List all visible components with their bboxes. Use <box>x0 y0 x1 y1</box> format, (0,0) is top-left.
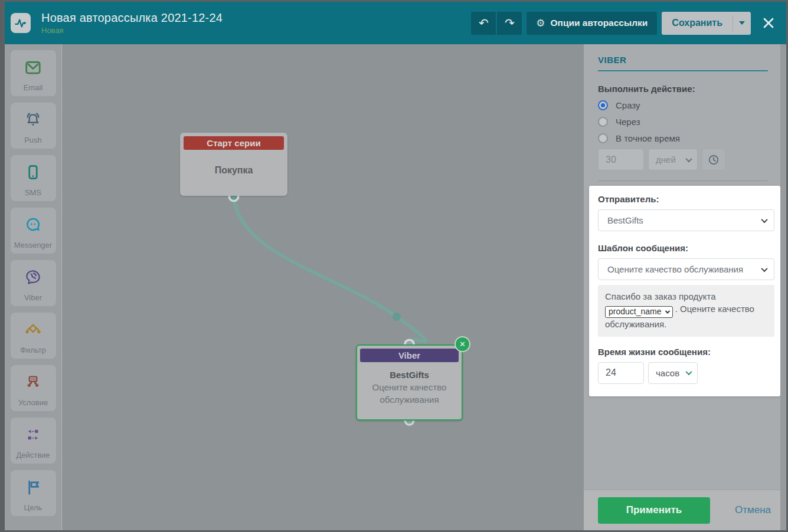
save-dropdown-button[interactable] <box>733 12 751 35</box>
undo-icon: ↶ <box>479 16 489 30</box>
start-node[interactable]: Старт серии Покупка <box>180 133 287 196</box>
delete-node-button[interactable]: ✕ <box>455 336 470 352</box>
radio-option-1[interactable]: Через <box>598 117 768 127</box>
header-actions: ↶ ↷ ⚙ Опции авторассылки Сохранить <box>471 12 778 35</box>
sidebar-item-sms[interactable]: SMS <box>11 155 56 201</box>
sender-select-value: BestGifts <box>607 215 643 225</box>
pulse-icon <box>14 17 27 29</box>
viber-icon <box>24 260 42 294</box>
redo-button[interactable]: ↷ <box>497 12 522 35</box>
gear-icon: ⚙ <box>536 18 545 28</box>
variable-select[interactable]: product_name <box>605 306 673 318</box>
save-button-group: Сохранить <box>662 12 751 35</box>
sidebar-item-label: Фильтр <box>20 346 46 354</box>
close-icon <box>761 16 776 30</box>
radio-option-label: Через <box>616 117 640 127</box>
connection-wire <box>62 44 584 530</box>
page-title: Новая авторассылка 2021-12-24 <box>41 12 223 24</box>
schedule-time-button[interactable] <box>702 149 725 170</box>
delay-unit-value: дней <box>656 155 676 165</box>
sidebar-item-label: Push <box>24 136 42 144</box>
viber-node-header: Viber <box>360 349 459 362</box>
sidebar-item-label: Цель <box>24 504 42 511</box>
sidebar-item-viber[interactable]: Viber <box>11 260 56 306</box>
close-icon: ✕ <box>459 340 466 348</box>
settings-panel-body: VIBER Выполнить действие: СразуЧерезВ то… <box>584 44 780 490</box>
save-button[interactable]: Сохранить <box>662 12 733 35</box>
radio-unselected-icon[interactable] <box>598 117 608 127</box>
sidebar-item-filter[interactable]: Фильтр <box>11 313 56 359</box>
sidebar-item-label: Условие <box>18 399 48 406</box>
sender-label: Отправитель: <box>598 194 774 204</box>
execute-action-label: Выполнить действие: <box>598 84 768 94</box>
viber-node[interactable]: Viber BestGifts Оцените качество обслужи… <box>356 344 463 421</box>
sidebar-item-label: Viber <box>24 294 42 301</box>
delay-value-input[interactable] <box>598 149 644 170</box>
body-row: EmailPushSMSMessengerViberФильтрУсловиеД… <box>5 44 786 530</box>
messenger-icon <box>24 208 42 241</box>
panel-heading: VIBER <box>598 55 768 71</box>
sidebar-item-action[interactable]: Действие <box>11 418 56 464</box>
chevron-down-icon <box>685 155 692 162</box>
wire-midpoint-handle[interactable] <box>393 313 401 321</box>
ttl-label: Время жизни сообщения: <box>598 347 774 357</box>
radio-unselected-icon[interactable] <box>598 133 608 143</box>
template-select-value: Оцените качество обслуживания <box>607 264 743 274</box>
autoflow-options-button[interactable]: ⚙ Опции авторассылки <box>527 12 657 35</box>
sms-phone-icon <box>24 155 42 189</box>
variable-select-value: product_name <box>609 306 662 318</box>
scrollbar[interactable] <box>780 44 786 530</box>
chevron-down-icon <box>665 308 669 313</box>
ttl-value-input[interactable] <box>598 362 644 384</box>
template-select[interactable]: Оцените качество обслуживания <box>598 258 774 280</box>
execute-action-radio-group: СразуЧерезВ точное время <box>598 100 768 143</box>
chevron-down-icon <box>761 216 767 222</box>
sidebar-item-push[interactable]: Push <box>11 103 56 149</box>
ttl-unit-value: часов <box>656 368 679 378</box>
preview-text-before: Спасибо за заказ продукта <box>605 291 716 301</box>
ttl-unit-select[interactable]: часов <box>648 362 698 384</box>
header-titles: Новая авторассылка 2021-12-24 Новая <box>41 12 223 34</box>
sidebar-item-messenger[interactable]: Messenger <box>11 208 56 254</box>
chevron-down-icon <box>685 369 692 375</box>
ttl-row: часов <box>598 362 774 384</box>
sidebar-item-goal[interactable]: Цель <box>11 470 56 516</box>
goal-flag-icon <box>24 470 42 504</box>
start-node-header: Старт серии <box>184 136 284 150</box>
radio-option-2[interactable]: В точное время <box>598 133 768 143</box>
start-node-trigger: Покупка <box>180 165 287 176</box>
chevron-down-icon <box>739 21 745 25</box>
panel-footer: Применить Отмена <box>584 490 780 530</box>
highlighted-settings-section: Отправитель: BestGifts Шаблон сообщения:… <box>589 186 780 396</box>
sidebar-item-condition[interactable]: Условие <box>11 365 56 411</box>
undo-button[interactable]: ↶ <box>471 12 496 35</box>
redo-icon: ↷ <box>505 16 515 30</box>
push-bell-icon <box>24 103 42 136</box>
settings-panel: VIBER Выполнить действие: СразуЧерезВ то… <box>584 44 780 530</box>
message-preview: Спасибо за заказ продукта product_name .… <box>598 285 774 337</box>
close-button[interactable] <box>761 16 776 30</box>
sidebar-item-label: Email <box>24 84 43 91</box>
email-icon <box>24 50 42 84</box>
action-icon <box>24 418 42 451</box>
delay-unit-select[interactable]: дней <box>648 149 698 170</box>
apply-button[interactable]: Применить <box>598 497 710 524</box>
radio-option-label: Сразу <box>616 100 640 110</box>
sidebar-item-email[interactable]: Email <box>11 50 56 96</box>
filter-icon <box>24 313 42 346</box>
viber-node-sender: BestGifts <box>357 370 462 380</box>
panel-divider <box>598 180 768 181</box>
block-palette-sidebar: EmailPushSMSMessengerViberФильтрУсловиеД… <box>5 44 62 530</box>
flow-canvas[interactable]: Старт серии Покупка Viber BestGifts Оцен… <box>62 44 584 530</box>
radio-option-label: В точное время <box>616 133 680 143</box>
radio-option-0[interactable]: Сразу <box>598 100 768 110</box>
cancel-button[interactable]: Отмена <box>735 504 771 516</box>
clock-icon <box>708 154 720 166</box>
sender-select[interactable]: BestGifts <box>598 209 774 231</box>
autoflow-options-label: Опции авторассылки <box>551 18 648 28</box>
status-badge: Новая <box>41 27 223 34</box>
viber-node-template: Оцените качество обслуживания <box>357 381 462 406</box>
condition-icon <box>24 365 42 399</box>
app-window: Новая авторассылка 2021-12-24 Новая ↶ ↷ … <box>5 2 786 530</box>
radio-selected-icon[interactable] <box>598 100 608 110</box>
